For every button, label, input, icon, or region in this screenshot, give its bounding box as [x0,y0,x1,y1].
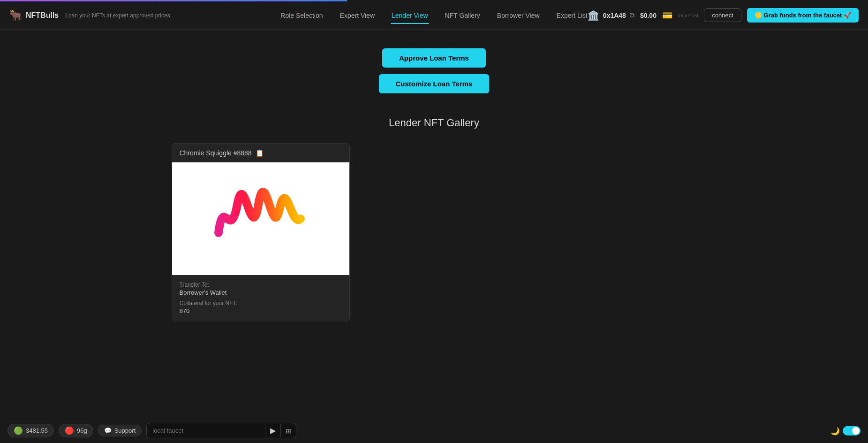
toggle-knob [852,427,860,435]
balance-badge[interactable]: 🟢 3481.55 [8,424,54,437]
copy-address-icon[interactable]: ⧉ [630,11,634,19]
bottom-bar: 🟢 3481.55 🔴 96g 💬 Support ▶ ⊞ [0,418,868,443]
wallet-address: 0x1A48 [603,12,626,19]
app-name: NFTBulls [26,11,59,20]
balance-icon[interactable]: 💳 [662,10,672,21]
gas-badge-value: 96g [77,427,87,434]
nft-info-panel: Transfer To: Borrower's Wallet Collatera… [172,275,349,321]
collateral-label: Collateral for your NFT: [180,300,342,306]
app-tagline: Loan your NFTs at expert approved prices [65,12,170,19]
balance-badge-value: 3481.55 [26,427,48,434]
logo-area: 🐂 NFTBulls Loan your NFTs at expert appr… [9,9,170,22]
transfer-to-label: Transfer To: [180,282,342,288]
nft-card: Chromie Squiggle #8888 📋 [172,143,350,321]
support-icon: 💬 [104,427,112,434]
action-buttons: Approve Loan Terms Customize Loan Terms [379,48,490,93]
faucet-input[interactable] [147,424,265,437]
logo-icon: 🐂 [9,9,22,22]
gallery-title: Lender NFT Gallery [389,117,479,129]
header: 🐂 NFTBulls Loan your NFTs at expert appr… [0,1,868,30]
collateral-row: Collateral for your NFT: 870 [180,300,342,314]
transfer-to-row: Transfer To: Borrower's Wallet [180,282,342,296]
connect-button[interactable]: connect [704,8,741,22]
nav-expert-list[interactable]: Expert List [548,8,596,23]
transfer-to-value: Borrower's Wallet [180,289,342,296]
nav-nft-gallery[interactable]: NFT Gallery [437,8,489,23]
theme-toggle-area: 🌙 [830,426,860,435]
nav-lender-view[interactable]: Lender View [383,8,437,23]
squiggle-art [214,186,308,252]
theme-toggle[interactable] [843,426,860,435]
nav-borrower-view[interactable]: Borrower View [489,8,548,23]
customize-loan-button[interactable]: Customize Loan Terms [379,74,490,93]
faucet-button[interactable]: 🪙 Grab funds from the faucet 🚀 [747,8,859,23]
balance-badge-icon: 🟢 [14,426,23,435]
support-badge[interactable]: 💬 Support [98,425,142,436]
approve-loan-button[interactable]: Approve Loan Terms [382,48,486,68]
gas-badge-icon: 🔴 [65,426,74,435]
main-content: Approve Loan Terms Customize Loan Terms … [0,30,868,321]
faucet-send-button[interactable]: ▶ [265,423,280,438]
nft-gallery: Chromie Squiggle #8888 📋 [153,143,716,321]
localhost-label: localhost [678,13,698,18]
nav-expert-view[interactable]: Expert View [332,8,383,23]
collateral-value: 870 [180,307,342,314]
moon-icon: 🌙 [830,427,840,435]
nft-copy-icon[interactable]: 📋 [256,149,264,157]
main-nav: Role Selection Expert View Lender View N… [272,8,596,23]
gas-badge[interactable]: 🔴 96g [59,424,93,437]
faucet-copy-button[interactable]: ⊞ [280,424,296,437]
balance-amount: $0.00 [640,12,657,19]
faucet-input-area: ▶ ⊞ [146,423,296,438]
nft-name: Chromie Squiggle #8888 [180,149,252,157]
header-right: 🏛️ 0x1A48 ⧉ $0.00 💳 localhost connect 🪙 … [588,8,859,23]
localhost-area: localhost [678,13,698,18]
support-label: Support [114,427,136,434]
nft-card-header: Chromie Squiggle #8888 📋 [172,144,349,162]
nft-image [172,162,349,275]
nav-role-selection[interactable]: Role Selection [272,8,331,23]
